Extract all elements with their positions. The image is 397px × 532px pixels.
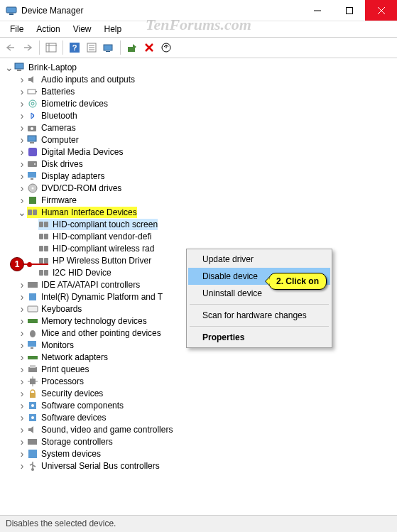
expand-icon[interactable] [17, 75, 27, 85]
camera-icon [27, 122, 38, 134]
expand-icon[interactable] [17, 292, 27, 302]
expand-icon[interactable] [17, 437, 27, 447]
expand-icon[interactable] [17, 413, 27, 423]
tree-category[interactable]: Processors [1, 375, 396, 387]
expand-icon[interactable] [17, 304, 27, 314]
menu-view[interactable]: View [67, 23, 97, 36]
enable-button[interactable] [124, 40, 140, 55]
tree-label: Cameras [41, 123, 76, 133]
expand-icon[interactable] [17, 401, 27, 411]
expand-icon[interactable] [17, 425, 27, 435]
tree-category[interactable]: Print queues [1, 363, 396, 375]
tree-label: Print queues [41, 364, 89, 374]
battery-icon [27, 86, 38, 97]
tree-label: Keyboards [41, 304, 82, 314]
tree-category[interactable]: Display adapters [1, 170, 396, 182]
printer-icon [27, 364, 38, 375]
tree-category[interactable]: Cameras [1, 121, 396, 134]
tree-category[interactable]: Digital Media Devices [1, 146, 396, 158]
expand-icon[interactable] [17, 340, 27, 350]
expand-icon[interactable] [17, 123, 27, 133]
expand-icon[interactable] [17, 376, 27, 386]
expand-icon[interactable] [17, 171, 27, 181]
forward-button[interactable] [20, 40, 36, 55]
disable-button[interactable] [141, 40, 157, 55]
expand-icon[interactable] [17, 389, 27, 398]
system-icon [27, 448, 38, 460]
expand-icon[interactable] [17, 183, 27, 193]
tree-category[interactable]: Firmware [1, 194, 396, 206]
optical-icon [27, 183, 38, 194]
ctx-separator [190, 304, 329, 305]
svg-rect-1 [9, 13, 13, 15]
tree-category[interactable]: DVD/CD-ROM drives [1, 182, 396, 194]
expand-icon[interactable] [4, 63, 14, 72]
tree-category[interactable]: Network adapters [1, 351, 396, 363]
tree-device[interactable]: HID-compliant touch screen [1, 218, 396, 230]
tree-category[interactable]: Biometric devices [1, 97, 396, 109]
expand-icon[interactable] [17, 461, 27, 471]
svg-point-37 [32, 187, 34, 189]
tree-category[interactable]: Software devices [1, 411, 396, 423]
expand-icon[interactable] [17, 135, 27, 145]
tree-category[interactable]: Batteries [1, 85, 396, 97]
show-hide-button[interactable] [43, 40, 59, 55]
expand-icon[interactable] [17, 111, 27, 121]
tree-category-hid[interactable]: Human Interface Devices [1, 206, 396, 218]
maximize-button[interactable] [333, 0, 365, 21]
expand-icon[interactable] [17, 147, 27, 157]
expand-icon[interactable] [17, 280, 27, 290]
expand-icon[interactable] [17, 352, 27, 362]
toolbar: ? [0, 37, 397, 58]
tree-label: Security devices [41, 389, 103, 398]
menu-action[interactable]: Action [31, 23, 65, 36]
svg-rect-60 [30, 365, 36, 368]
mouse-icon [27, 327, 38, 339]
expand-icon[interactable] [17, 207, 27, 217]
expand-icon[interactable] [17, 316, 27, 326]
expand-icon[interactable] [17, 328, 27, 338]
expand-icon[interactable] [17, 159, 27, 169]
tree-label: Sound, video and game controllers [41, 425, 173, 435]
tree-root[interactable]: Brink-Laptop [1, 61, 396, 73]
close-button[interactable] [365, 0, 397, 21]
media-icon [27, 146, 38, 158]
tree-category[interactable]: Audio inputs and outputs [1, 73, 396, 85]
expand-icon[interactable] [17, 364, 27, 374]
ctx-scan-hardware[interactable]: Scan for hardware changes [188, 307, 330, 324]
ctx-properties[interactable]: Properties [188, 329, 330, 346]
tree-category[interactable]: Computer [1, 134, 396, 146]
tree-category[interactable]: Security devices [1, 387, 396, 399]
expand-icon[interactable] [17, 195, 27, 205]
back-button[interactable] [3, 40, 18, 55]
hid-device-icon [38, 267, 50, 278]
tree-category[interactable]: Software components [1, 399, 396, 411]
expand-icon[interactable] [17, 87, 27, 97]
svg-rect-22 [17, 70, 21, 71]
minimize-button[interactable] [301, 0, 333, 21]
update-driver-button[interactable] [101, 40, 116, 55]
svg-rect-24 [36, 91, 37, 92]
ctx-update-driver[interactable]: Update driver [188, 251, 330, 268]
tree-category[interactable]: Disk drives [1, 158, 396, 170]
expand-icon[interactable] [17, 99, 27, 109]
hid-device-icon [38, 231, 50, 242]
properties-button[interactable] [84, 40, 99, 55]
disk-icon [27, 158, 38, 170]
tree-category[interactable]: Universal Serial Bus controllers [1, 460, 396, 472]
svg-rect-38 [29, 197, 36, 204]
tree-category[interactable]: Storage controllers [1, 435, 396, 447]
app-icon [6, 5, 17, 16]
tree-device[interactable]: HID-compliant vendor-defi [1, 230, 396, 242]
tree-category[interactable]: System devices [1, 447, 396, 460]
tree-category[interactable]: Sound, video and game controllers [1, 423, 396, 435]
svg-point-55 [30, 330, 36, 337]
help-button[interactable]: ? [67, 40, 82, 55]
menu-help[interactable]: Help [99, 23, 128, 36]
uninstall-button[interactable] [158, 40, 174, 55]
tree-root-label: Brink-Laptop [28, 63, 77, 72]
expand-icon[interactable] [17, 449, 27, 459]
svg-rect-61 [30, 379, 36, 384]
tree-category[interactable]: Bluetooth [1, 109, 396, 121]
menu-file[interactable]: File [4, 23, 29, 36]
